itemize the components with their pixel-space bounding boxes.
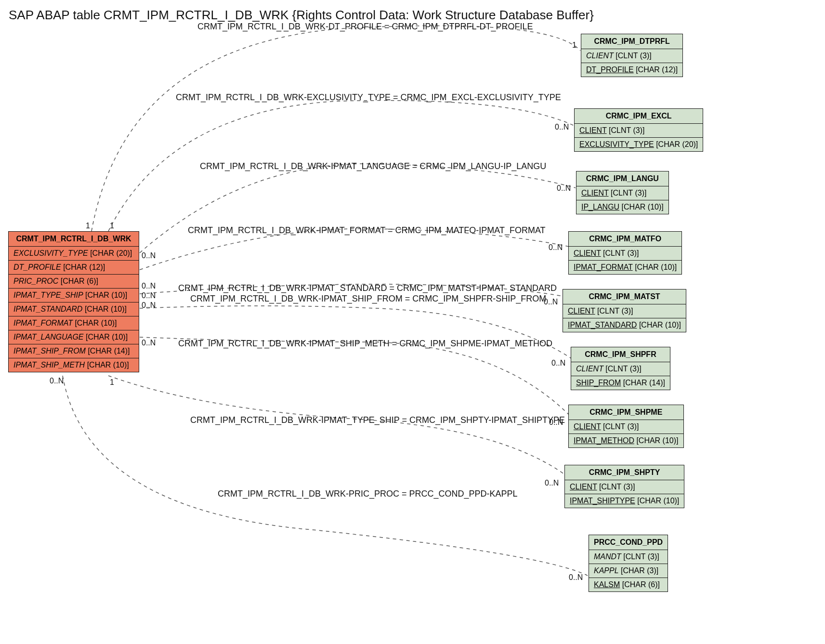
cardinality: 0..N [549, 418, 563, 427]
field-type: [CHAR (6)] [61, 277, 98, 285]
field-name: PRIC_PROC [13, 277, 58, 285]
entity-header: CRMC_IPM_MATST [563, 289, 686, 304]
field-name: CLIENT [586, 52, 614, 60]
field-name: KAPPL [594, 566, 619, 575]
field-name: CLIENT [568, 307, 595, 315]
field-type: [CHAR (20)] [656, 140, 698, 148]
field-name: IPMAT_METHOD [574, 436, 634, 445]
field-name: IPMAT_TYPE_SHIP [13, 291, 83, 299]
relation-label: CRMT_IPM_RCTRL_I_DB_WRK-IPMAT_LANGUAGE =… [200, 161, 546, 171]
field-type: [CLNT (3)] [605, 365, 641, 373]
field-name: SHIP_FROM [576, 379, 621, 387]
entity-header: CRMC_IPM_SHPME [569, 405, 683, 420]
field-name: IPMAT_FORMAT [13, 319, 73, 327]
entity-header: CRMC_IPM_MATFO [569, 232, 681, 247]
field-type: [CHAR (10)] [85, 291, 127, 299]
entity-ppd: PRCC_COND_PPD MANDT [CLNT (3)] KAPPL [CH… [589, 535, 668, 592]
field-type: [CHAR (14)] [88, 347, 130, 355]
entity-main-header: CRMT_IPM_RCTRL_I_DB_WRK [9, 232, 139, 247]
entity-dtprfl: CRMC_IPM_DTPRFL CLIENT [CLNT (3)] DT_PRO… [581, 34, 683, 77]
field-name: DT_PROFILE [586, 66, 634, 74]
cardinality: 0..N [142, 339, 156, 347]
field-name: CLIENT [576, 365, 603, 373]
entity-header: CRMC_IPM_SHPFR [571, 347, 670, 362]
cardinality: 0..N [569, 573, 583, 582]
cardinality: 0..N [545, 479, 559, 487]
cardinality: 0..N [142, 291, 156, 300]
field-type: [CLNT (3)] [603, 249, 639, 257]
field-name: CLIENT [574, 249, 601, 257]
field-type: [CHAR (10)] [635, 263, 677, 271]
field-name: MANDT [594, 552, 621, 561]
relation-label: CRMT_IPM_RCTRL_I_DB_WRK-IPMAT_TYPE_SHIP … [190, 415, 565, 425]
entity-excl: CRMC_IPM_EXCL CLIENT [CLNT (3)] EXCLUSIV… [574, 108, 703, 152]
field-type: [CLNT (3)] [597, 307, 633, 315]
page-title: SAP ABAP table CRMT_IPM_RCTRL_I_DB_WRK {… [9, 8, 594, 23]
field-name: IP_LANGU [581, 203, 619, 211]
field-type: [CLNT (3)] [603, 422, 639, 431]
cardinality: 1 [86, 222, 90, 230]
entity-matfo: CRMC_IPM_MATFO CLIENT [CLNT (3)] IPMAT_F… [568, 231, 682, 275]
relation-label: CRMT_IPM_RCTRL_I_DB_WRK-PRIC_PROC = PRCC… [218, 489, 518, 499]
field-name: EXCLUSIVITY_TYPE [13, 249, 88, 257]
field-type: [CHAR (14)] [623, 379, 665, 387]
field-type: [CHAR (10)] [75, 319, 117, 327]
field-type: [CHAR (20)] [90, 249, 132, 257]
cardinality: 0..N [555, 123, 569, 131]
field-name: CLIENT [581, 189, 609, 197]
entity-shpty: CRMC_IPM_SHPTY CLIENT [CLNT (3)] IPMAT_S… [564, 465, 684, 508]
field-name: KALSM [594, 580, 620, 589]
cardinality: 0..N [557, 184, 571, 193]
field-type: [CLNT (3)] [609, 126, 644, 134]
field-name: IPMAT_SHIPTYPE [570, 497, 635, 505]
relation-label: CRMT_IPM_RCTRL_I_DB_WRK-IPMAT_SHIP_FROM … [190, 294, 546, 304]
field-type: [CHAR (12)] [636, 66, 678, 74]
cardinality: 0..N [142, 251, 156, 260]
cardinality: 1 [110, 378, 114, 387]
field-type: [CHAR (10)] [86, 333, 128, 341]
field-type: [CHAR (10)] [85, 305, 127, 313]
cardinality: 0..N [549, 243, 563, 252]
field-type: [CHAR (12)] [63, 263, 105, 271]
entity-header: CRMC_IPM_LANGU [576, 171, 668, 186]
field-name: IPMAT_STANDARD [13, 305, 82, 313]
relation-label: CRMT_IPM_RCTRL_I_DB_WRK-IPMAT_FORMAT = C… [188, 225, 546, 236]
field-name: IPMAT_STANDARD [568, 321, 637, 329]
field-name: IPMAT_FORMAT [574, 263, 633, 271]
entity-header: CRMC_IPM_SHPTY [565, 465, 684, 480]
field-name: IPMAT_LANGUAGE [13, 333, 84, 341]
field-name: DT_PROFILE [13, 263, 61, 271]
relation-label: CRMT_IPM_RCTRL_I_DB_WRK-IPMAT_SHIP_METH … [178, 339, 552, 349]
field-type: [CLNT (3)] [599, 483, 635, 491]
cardinality: 0..N [142, 282, 156, 290]
relation-label: CRMT_IPM_RCTRL_I_DB_WRK-EXCLUSIVITY_TYPE… [176, 92, 561, 103]
entity-main: CRMT_IPM_RCTRL_I_DB_WRK EXCLUSIVITY_TYPE… [8, 231, 139, 372]
field-type: [CHAR (10)] [636, 436, 678, 445]
entity-shpfr: CRMC_IPM_SHPFR CLIENT [CLNT (3)] SHIP_FR… [571, 347, 670, 390]
entity-header: CRMC_IPM_DTPRFL [581, 34, 682, 49]
field-name: CLIENT [579, 126, 607, 134]
cardinality: 0..N [551, 359, 565, 368]
field-type: [CHAR (10)] [87, 361, 129, 369]
field-type: [CHAR (6)] [622, 580, 660, 589]
entity-langu: CRMC_IPM_LANGU CLIENT [CLNT (3)] IP_LANG… [576, 171, 669, 214]
field-type: [CHAR (10)] [639, 321, 681, 329]
relation-label: CRMT_IPM_RCTRL_I_DB_WRK-IPMAT_STANDARD =… [178, 283, 557, 293]
field-name: EXCLUSIVITY_TYPE [579, 140, 654, 148]
field-name: CLIENT [570, 483, 597, 491]
field-type: [CLNT (3)] [615, 52, 651, 60]
field-type: [CLNT (3)] [611, 189, 646, 197]
field-type: [CHAR (3)] [621, 566, 658, 575]
field-name: IPMAT_SHIP_FROM [13, 347, 86, 355]
relation-label: CRMT_IPM_RCTRL_I_DB_WRK-DT_PROFILE = CRM… [197, 22, 533, 32]
entity-shpme: CRMC_IPM_SHPME CLIENT [CLNT (3)] IPMAT_M… [568, 405, 684, 448]
field-type: [CHAR (10)] [622, 203, 664, 211]
cardinality: 0..N [50, 377, 64, 385]
field-type: [CLNT (3)] [623, 552, 659, 561]
cardinality: 0..N [544, 298, 558, 306]
cardinality: 1 [572, 41, 576, 50]
entity-header: CRMC_IPM_EXCL [575, 109, 703, 124]
entity-header: PRCC_COND_PPD [589, 535, 668, 550]
cardinality: 0..N [142, 301, 156, 310]
field-type: [CHAR (10)] [637, 497, 679, 505]
